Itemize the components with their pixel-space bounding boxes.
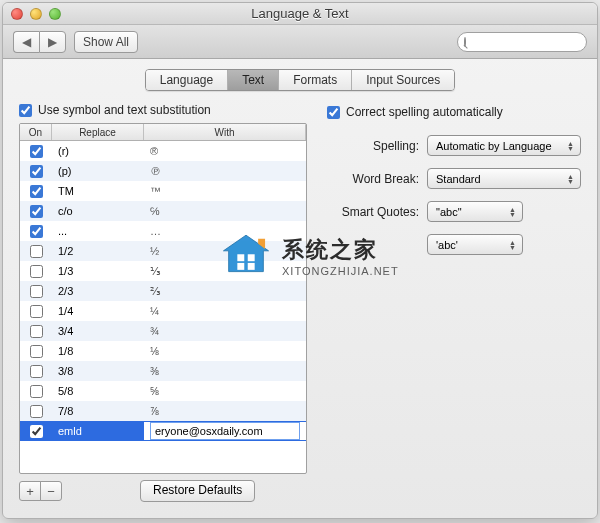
restore-defaults-button[interactable]: Restore Defaults — [140, 480, 255, 502]
table-row[interactable]: c/o℅ — [20, 201, 306, 221]
spelling-select[interactable]: Automatic by Language ▲▼ — [427, 135, 581, 156]
tab-input-sources[interactable]: Input Sources — [352, 70, 454, 90]
spelling-row: Spelling: Automatic by Language ▲▼ — [327, 135, 581, 156]
row-checkbox[interactable] — [30, 305, 43, 318]
table-row[interactable]: ...… — [20, 221, 306, 241]
with-cell[interactable]: ℅ — [144, 205, 306, 217]
replace-cell[interactable]: emld — [52, 425, 144, 437]
tab-language[interactable]: Language — [146, 70, 228, 90]
col-with[interactable]: With — [144, 124, 306, 140]
table-row[interactable]: emlderyone@osxdaily.com — [20, 421, 306, 441]
replace-cell[interactable]: 1/2 — [52, 245, 144, 257]
smartquotes-row: Smart Quotes: "abc" ▲▼ — [327, 201, 581, 222]
replace-cell[interactable]: (p) — [52, 165, 144, 177]
row-checkbox[interactable] — [30, 265, 43, 278]
correct-spelling-checkbox[interactable] — [327, 106, 340, 119]
replace-cell[interactable]: 1/3 — [52, 265, 144, 277]
table-row[interactable]: 2/3⅔ — [20, 281, 306, 301]
spelling-panel: Correct spelling automatically Spelling:… — [327, 103, 581, 502]
smartquotes-double-select[interactable]: "abc" ▲▼ — [427, 201, 523, 222]
table-row[interactable]: 3/4¾ — [20, 321, 306, 341]
wordbreak-label: Word Break: — [327, 172, 419, 186]
smartquotes-double-value: "abc" — [436, 206, 462, 218]
with-cell[interactable]: ⅞ — [144, 405, 306, 417]
table-row[interactable]: 1/4¼ — [20, 301, 306, 321]
preferences-window: Language & Text ◀ ▶ Show All LanguageTex… — [2, 2, 598, 519]
back-button[interactable]: ◀ — [13, 31, 39, 53]
table-row[interactable]: 1/8⅛ — [20, 341, 306, 361]
col-replace[interactable]: Replace — [52, 124, 144, 140]
table-row[interactable]: 1/2½ — [20, 241, 306, 261]
row-checkbox[interactable] — [30, 165, 43, 178]
substitution-panel: Use symbol and text substitution On Repl… — [19, 103, 307, 502]
with-cell[interactable]: ⅔ — [144, 285, 306, 298]
with-cell[interactable]: ⅜ — [144, 365, 306, 377]
replace-cell[interactable]: c/o — [52, 205, 144, 217]
with-cell[interactable]: ® — [144, 145, 306, 157]
row-checkbox[interactable] — [30, 385, 43, 398]
replace-cell[interactable]: 1/4 — [52, 305, 144, 317]
table-row[interactable]: 5/8⅝ — [20, 381, 306, 401]
with-cell[interactable]: eryone@osxdaily.com — [144, 422, 306, 440]
wordbreak-select[interactable]: Standard ▲▼ — [427, 168, 581, 189]
row-checkbox[interactable] — [30, 245, 43, 258]
table-row[interactable]: (r)® — [20, 141, 306, 161]
table-row[interactable]: TM™ — [20, 181, 306, 201]
with-cell[interactable]: ™ — [144, 185, 306, 197]
with-cell[interactable]: ¼ — [144, 305, 306, 317]
chevron-updown-icon: ▲▼ — [567, 141, 574, 151]
replace-cell[interactable]: 2/3 — [52, 285, 144, 297]
with-cell[interactable]: ½ — [144, 245, 306, 257]
with-cell[interactable]: ⅝ — [144, 385, 306, 397]
chevron-updown-icon: ▲▼ — [509, 240, 516, 250]
titlebar: Language & Text — [3, 3, 597, 25]
with-cell[interactable]: ⅛ — [144, 345, 306, 357]
table-row[interactable]: 7/8⅞ — [20, 401, 306, 421]
row-checkbox[interactable] — [30, 205, 43, 218]
row-checkbox[interactable] — [30, 325, 43, 338]
row-checkbox[interactable] — [30, 425, 43, 438]
row-checkbox[interactable] — [30, 185, 43, 198]
smartquotes-single-select[interactable]: 'abc' ▲▼ — [427, 234, 523, 255]
row-checkbox[interactable] — [30, 365, 43, 378]
row-checkbox[interactable] — [30, 345, 43, 358]
replace-cell[interactable]: ... — [52, 225, 144, 237]
replace-cell[interactable]: 1/8 — [52, 345, 144, 357]
show-all-button[interactable]: Show All — [74, 31, 138, 53]
wordbreak-value: Standard — [436, 173, 481, 185]
replace-cell[interactable]: (r) — [52, 145, 144, 157]
replace-cell[interactable]: 3/8 — [52, 365, 144, 377]
spelling-value: Automatic by Language — [436, 140, 552, 152]
with-cell[interactable]: ¾ — [144, 325, 306, 337]
with-cell[interactable]: ⅓ — [144, 265, 306, 278]
forward-button[interactable]: ▶ — [39, 31, 66, 53]
tab-formats[interactable]: Formats — [279, 70, 352, 90]
row-checkbox[interactable] — [30, 405, 43, 418]
replace-cell[interactable]: 7/8 — [52, 405, 144, 417]
table-header: On Replace With — [20, 124, 306, 141]
row-checkbox[interactable] — [30, 225, 43, 238]
table-body[interactable]: (r)®(p)℗TM™c/o℅...…1/2½1/3⅓2/3⅔1/4¼3/4¾1… — [20, 141, 306, 473]
substitution-checkbox[interactable] — [19, 104, 32, 117]
replace-cell[interactable]: 3/4 — [52, 325, 144, 337]
row-checkbox[interactable] — [30, 285, 43, 298]
tab-text[interactable]: Text — [228, 70, 279, 90]
table-row[interactable]: 3/8⅜ — [20, 361, 306, 381]
replace-cell[interactable]: 5/8 — [52, 385, 144, 397]
search-field[interactable] — [457, 32, 587, 52]
row-checkbox[interactable] — [30, 145, 43, 158]
add-button[interactable]: + — [19, 481, 41, 501]
table-footer: + − Restore Defaults — [19, 474, 307, 502]
search-input[interactable] — [470, 36, 593, 48]
col-on[interactable]: On — [20, 124, 52, 140]
window-title: Language & Text — [3, 6, 597, 21]
with-cell[interactable]: … — [144, 225, 306, 237]
chevron-right-icon: ▶ — [48, 35, 57, 49]
nav-buttons: ◀ ▶ — [13, 31, 66, 53]
correct-spelling-row: Correct spelling automatically — [327, 105, 581, 119]
table-row[interactable]: 1/3⅓ — [20, 261, 306, 281]
remove-button[interactable]: − — [40, 481, 62, 501]
replace-cell[interactable]: TM — [52, 185, 144, 197]
table-row[interactable]: (p)℗ — [20, 161, 306, 181]
with-cell[interactable]: ℗ — [144, 165, 306, 178]
